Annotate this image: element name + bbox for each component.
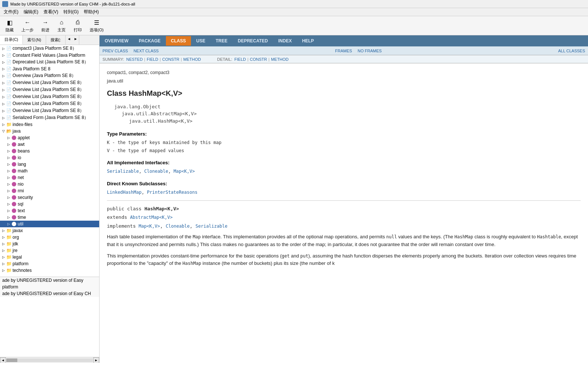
tree-label: technotes xyxy=(13,268,32,273)
expand-icon: ▷ xyxy=(1,101,6,106)
tree-item-io[interactable]: ▷ io xyxy=(0,154,99,161)
tree-item-time[interactable]: ▷ time xyxy=(0,214,99,221)
tree-item-util[interactable]: ▷ util xyxy=(0,221,99,227)
tree-item-text[interactable]: ▷ text xyxy=(0,207,99,214)
options-button[interactable]: ☰ 选项(O) xyxy=(87,17,106,34)
constr-link[interactable]: CONSTR xyxy=(162,57,179,62)
home-button[interactable]: ⌂ 主页 xyxy=(55,17,68,34)
frames-link[interactable]: FRAMES xyxy=(335,49,352,53)
tree-item-overview4[interactable]: ▷ 📄 Overview List (Java Platform SE 8） xyxy=(0,93,99,100)
tree-item-applet[interactable]: ▷ applet xyxy=(0,134,99,141)
nav-deprecated[interactable]: DEPRECATED xyxy=(233,36,273,46)
status-item-1[interactable]: ade by UNREGISTERED version of Easy xyxy=(0,277,99,284)
tab-toc[interactable]: 目录(C) xyxy=(0,35,23,45)
interfaces-title: All Implemented Interfaces: xyxy=(107,159,581,167)
tree-item-java[interactable]: ▽ 📂 java xyxy=(0,128,99,134)
tree-label: nio xyxy=(18,182,24,187)
tab-prev-arrow[interactable]: ◄ xyxy=(66,35,72,45)
detail-field-link[interactable]: FIELD xyxy=(234,57,246,62)
tree-item-platform[interactable]: ▷ 📁 platform xyxy=(0,260,99,267)
tree-item-constant[interactable]: ▷ 📄 Constant Field Values (Java Platform xyxy=(0,52,99,59)
tree-item-serialized[interactable]: ▷ 📄 Serialized Form (Java Platform SE 8） xyxy=(0,114,99,121)
nav-class[interactable]: CLASS xyxy=(166,36,191,46)
nav-overview[interactable]: OVERVIEW xyxy=(100,36,133,46)
tree-item-compact3[interactable]: ▷ 📄 compact3 (Java Platform SE 8） xyxy=(0,45,99,52)
hscroll-track[interactable] xyxy=(6,358,93,362)
hscroll-thumb[interactable] xyxy=(6,358,17,362)
tree-item-net[interactable]: ▷ net xyxy=(0,174,99,181)
tab-search[interactable]: 搜索(: xyxy=(46,35,66,45)
menu-goto[interactable]: 转到(G) xyxy=(61,8,81,16)
tree-item-overview6[interactable]: ▷ 📄 Overview List (Java Platform SE 8） xyxy=(0,107,99,114)
no-frames-link[interactable]: NO FRAMES xyxy=(358,49,382,53)
nav-use[interactable]: USE xyxy=(191,36,211,46)
tree-item-overview1[interactable]: ▷ 📄 Overview (Java Platform SE 8） xyxy=(0,72,99,79)
nav-index[interactable]: INDEX xyxy=(273,36,297,46)
tree-item-overview2[interactable]: ▷ 📄 Overview List (Java Platform SE 8） xyxy=(0,79,99,86)
menu-edit[interactable]: 编辑(E) xyxy=(21,8,41,16)
serializable-link[interactable]: Serializable xyxy=(107,169,139,174)
tree-item-overview5[interactable]: ▷ 📄 Overview List (Java Platform SE 8） xyxy=(0,100,99,107)
tree-item-sql[interactable]: ▷ sql xyxy=(0,201,99,207)
tree-label: lang xyxy=(18,162,26,167)
tab-index[interactable]: 索引(N) xyxy=(23,35,46,45)
tree-item-java-platform[interactable]: ▷ 📄 Java Platform SE 8 xyxy=(0,66,99,72)
prev-class-link[interactable]: PREV CLASS xyxy=(102,49,128,53)
expand-icon: ▷ xyxy=(6,148,11,154)
tree-item-javax[interactable]: ▷ 📁 javax xyxy=(0,227,99,234)
map-link[interactable]: Map<K,V> xyxy=(174,169,195,174)
tree-item-awt[interactable]: ▷ awt xyxy=(0,141,99,148)
print-button[interactable]: ⎙ 打印 xyxy=(71,17,84,34)
hscroll-right-btn[interactable]: ► xyxy=(93,357,99,363)
hscroll-left-btn[interactable]: ◄ xyxy=(0,357,6,363)
tree-item-beans[interactable]: ▷ beans xyxy=(0,148,99,154)
printerstratereasons-link[interactable]: PrinterStateReasons xyxy=(147,190,197,195)
class-declaration: public class HashMap<K,V> extends Abstra… xyxy=(107,205,581,230)
nav-tree[interactable]: TREE xyxy=(211,36,233,46)
hide-button[interactable]: ◧ 隐藏 xyxy=(3,17,16,34)
field-link[interactable]: FIELD xyxy=(147,57,158,62)
linkedhashmap-link[interactable]: LinkedHashMap xyxy=(107,190,142,195)
cloneable-impl-link[interactable]: Cloneable xyxy=(166,224,190,229)
cloneable-link[interactable]: Cloneable xyxy=(144,169,168,174)
tree-label: Overview (Java Platform SE 8） xyxy=(13,73,76,79)
menu-view[interactable]: 查看(V) xyxy=(41,8,60,16)
tree-item-org[interactable]: ▷ 📁 org xyxy=(0,234,99,241)
tree-item-index-files[interactable]: ▷ 📁 index-files xyxy=(0,121,99,128)
tree-item-nio[interactable]: ▷ nio xyxy=(0,181,99,188)
all-classes-link[interactable]: ALL CLASSES xyxy=(558,49,585,53)
tab-next-arrow[interactable]: ► xyxy=(72,35,79,45)
tree-item-jre[interactable]: ▷ 📁 jre xyxy=(0,247,99,254)
detail-method-link[interactable]: METHOD xyxy=(271,57,289,62)
tree-item-legal[interactable]: ▷ 📁 legal xyxy=(0,254,99,260)
abstract-map-link[interactable]: AbstractMap<K,V> xyxy=(130,215,173,220)
tree-item-technotes[interactable]: ▷ 📁 technotes xyxy=(0,267,99,274)
back-button[interactable]: ← 上一步 xyxy=(19,17,36,34)
subclasses-title: Direct Known Subclasses: xyxy=(107,180,581,188)
status-item-3[interactable]: ade by UNREGISTERED version of Easy CH xyxy=(0,290,99,297)
tree-item-deprecated[interactable]: ▷ 📄 Deprecated List (Java Platform SE 8） xyxy=(0,59,99,66)
nav-package[interactable]: PACKAGE xyxy=(133,36,166,46)
expand-icon: ▷ xyxy=(6,201,11,207)
tree-area[interactable]: ▷ 📄 compact3 (Java Platform SE 8） ▷ 📄 Co… xyxy=(0,45,99,357)
tree-item-security[interactable]: ▷ security xyxy=(0,194,99,201)
tree-item-overview3[interactable]: ▷ 📄 Overview List (Java Platform SE 8） xyxy=(0,86,99,93)
serializable-impl-link[interactable]: Serializable xyxy=(195,224,227,229)
status-item-2[interactable]: platform xyxy=(0,284,99,290)
menu-file[interactable]: 文件(E) xyxy=(1,8,21,16)
tree-item-jdk[interactable]: ▷ 📁 jdk xyxy=(0,241,99,247)
tree-item-lang[interactable]: ▷ lang xyxy=(0,161,99,168)
page-icon: 📄 xyxy=(6,87,12,93)
tree-item-math[interactable]: ▷ math xyxy=(0,168,99,174)
interfaces-section: All Implemented Interfaces: Serializable… xyxy=(107,159,581,175)
forward-button[interactable]: → 前进 xyxy=(39,17,52,34)
left-hscroll[interactable]: ◄ ► xyxy=(0,357,99,363)
detail-constr-link[interactable]: CONSTR xyxy=(250,57,267,62)
nav-help[interactable]: HELP xyxy=(297,36,319,46)
method-link[interactable]: METHOD xyxy=(183,57,201,62)
map-impl-link[interactable]: Map<K,V> xyxy=(139,224,160,229)
next-class-link[interactable]: NEXT CLASS xyxy=(133,49,159,53)
menu-help[interactable]: 帮助(H) xyxy=(81,8,101,16)
tree-item-rmi[interactable]: ▷ rmi xyxy=(0,188,99,194)
nested-link[interactable]: NESTED xyxy=(126,57,143,62)
